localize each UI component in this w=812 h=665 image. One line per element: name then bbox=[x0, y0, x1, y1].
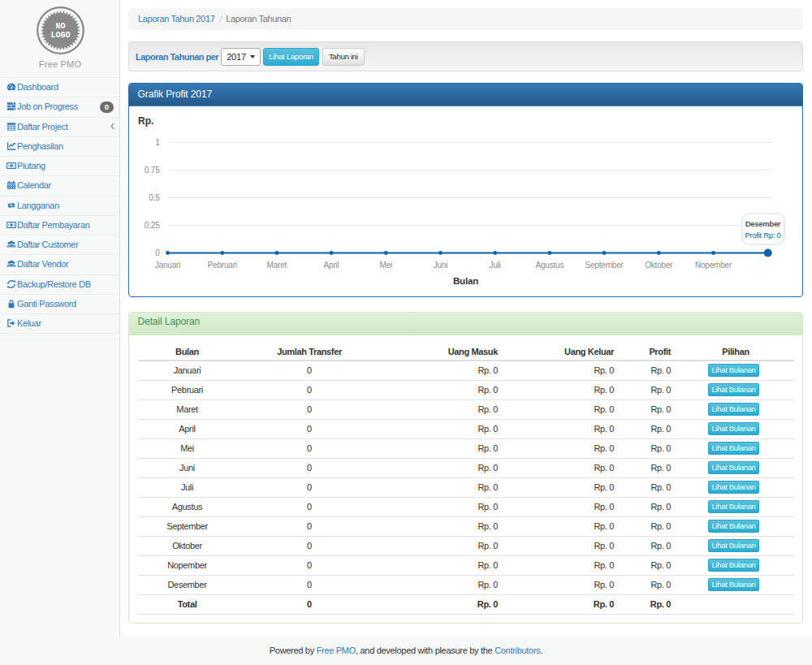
svg-text:0.75: 0.75 bbox=[145, 166, 160, 175]
svg-text:LOGO: LOGO bbox=[50, 31, 70, 40]
svg-text:Mei: Mei bbox=[380, 261, 393, 270]
svg-text:1: 1 bbox=[155, 138, 160, 147]
svg-text:Oktober: Oktober bbox=[645, 261, 673, 270]
svg-text:Agustus: Agustus bbox=[536, 261, 564, 270]
svg-text:Pebruari: Pebruari bbox=[208, 261, 237, 270]
svg-text:NO: NO bbox=[55, 22, 65, 31]
svg-text:Juli: Juli bbox=[490, 261, 501, 270]
svg-text:April: April bbox=[324, 261, 339, 270]
svg-text:Nopember: Nopember bbox=[695, 261, 732, 270]
svg-text:0.5: 0.5 bbox=[149, 193, 160, 202]
svg-text:Rp.: Rp. bbox=[138, 115, 153, 127]
svg-text:Juni: Juni bbox=[434, 261, 448, 270]
svg-text:Bulan: Bulan bbox=[453, 276, 478, 286]
svg-text:0.25: 0.25 bbox=[145, 221, 160, 230]
svg-text:0: 0 bbox=[155, 248, 160, 257]
svg-text:Januari: Januari bbox=[155, 261, 180, 270]
svg-text:September: September bbox=[585, 261, 624, 270]
svg-text:Maret: Maret bbox=[267, 261, 287, 270]
